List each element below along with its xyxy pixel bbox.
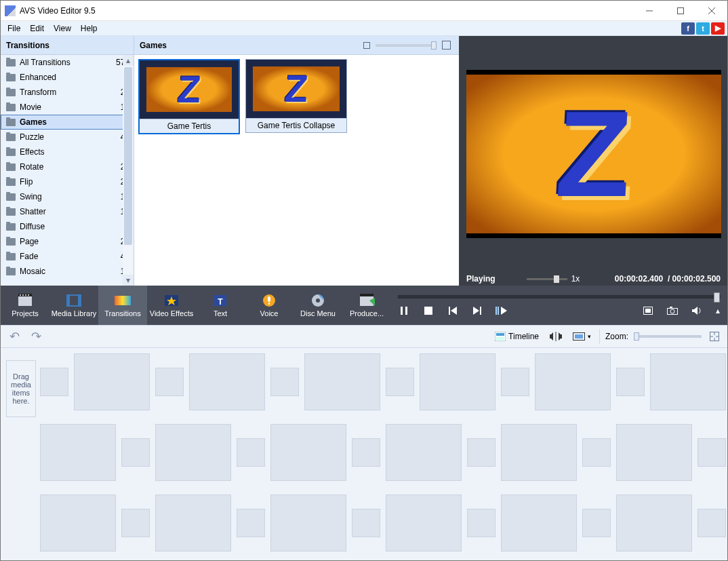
storyboard-clip-slot[interactable] bbox=[40, 495, 116, 552]
sidebar-item-games[interactable]: Games2 bbox=[1, 115, 134, 130]
sidebar-item-mosaic[interactable]: Mosaic19 bbox=[1, 264, 134, 279]
storyboard-clip-slot[interactable] bbox=[386, 424, 462, 481]
minimize-button[interactable] bbox=[634, 1, 665, 21]
thumb-size-slider[interactable] bbox=[376, 44, 437, 47]
storyboard-transition-slot[interactable] bbox=[40, 368, 68, 396]
snapshot-icon[interactable] bbox=[666, 305, 679, 316]
sidebar-item-fade[interactable]: Fade46 bbox=[1, 249, 134, 264]
svg-rect-32 bbox=[480, 307, 481, 315]
storyboard-transition-slot[interactable] bbox=[582, 509, 611, 537]
storyboard-transition-slot[interactable] bbox=[697, 509, 726, 537]
storyboard-clip-slot[interactable] bbox=[304, 353, 380, 410]
storyboard-transition-slot[interactable] bbox=[697, 438, 726, 467]
facebook-icon[interactable]: f bbox=[681, 22, 695, 35]
tab-media[interactable]: Media Library bbox=[49, 286, 98, 325]
storyboard-clip-slot[interactable] bbox=[270, 495, 346, 552]
storyboard-transition-slot[interactable] bbox=[237, 438, 265, 467]
next-frame-button[interactable] bbox=[471, 305, 483, 316]
stop-button[interactable] bbox=[422, 305, 434, 316]
storyboard-clip-slot[interactable] bbox=[616, 424, 692, 481]
sidebar-item-label: All Transitions bbox=[20, 58, 116, 67]
sidebar-item-transform[interactable]: Transform22 bbox=[1, 85, 134, 100]
twitter-icon[interactable]: t bbox=[696, 22, 710, 35]
audio-balance-icon[interactable] bbox=[547, 330, 565, 343]
storyboard-transition-slot[interactable] bbox=[386, 368, 414, 396]
sidebar-item-all-transitions[interactable]: All Transitions578 bbox=[1, 55, 134, 70]
storyboard-clip-slot[interactable] bbox=[189, 353, 265, 410]
storyboard-clip-slot[interactable] bbox=[535, 353, 611, 410]
fullscreen-icon[interactable] bbox=[642, 305, 654, 316]
storyboard-clip-slot[interactable] bbox=[155, 424, 231, 481]
sidebar-item-puzzle[interactable]: Puzzle48 bbox=[1, 130, 134, 144]
storyboard-clip-slot[interactable] bbox=[270, 424, 346, 481]
storyboard-transition-slot[interactable] bbox=[121, 438, 150, 467]
storyboard-transition-slot[interactable] bbox=[582, 438, 611, 467]
thumb-size-small-icon[interactable] bbox=[363, 42, 370, 49]
tab-transitions[interactable]: Transitions bbox=[98, 286, 147, 325]
undo-button[interactable]: ↶ bbox=[6, 330, 22, 343]
menu-help[interactable]: Help bbox=[77, 22, 102, 35]
timeline-view-toggle[interactable]: Timeline bbox=[492, 330, 542, 343]
tab-projects[interactable]: Projects bbox=[1, 286, 49, 325]
storyboard-clip-slot[interactable] bbox=[616, 495, 692, 552]
sidebar-item-effects[interactable]: Effects2 bbox=[1, 144, 134, 159]
transition-thumb[interactable]: ZGame Tertis Collapse bbox=[245, 59, 347, 133]
scroll-up-icon[interactable]: ▴ bbox=[123, 55, 134, 66]
tab-voice[interactable]: Voice bbox=[245, 286, 294, 325]
sidebar-scrollbar[interactable]: ▴ ▾ bbox=[123, 55, 134, 286]
tab-label: Media Library bbox=[52, 309, 97, 317]
storyboard-drop-hint[interactable]: Drag media items here. bbox=[6, 360, 36, 417]
sidebar-item-movie[interactable]: Movie16 bbox=[1, 100, 134, 115]
menu-edit[interactable]: Edit bbox=[26, 22, 48, 35]
storyboard-transition-slot[interactable] bbox=[352, 438, 380, 467]
zoom-slider[interactable] bbox=[634, 335, 702, 338]
sidebar-item-page[interactable]: Page28 bbox=[1, 234, 134, 249]
play-split-button[interactable] bbox=[496, 305, 508, 316]
menu-view[interactable]: View bbox=[49, 22, 75, 35]
aspect-ratio-icon[interactable]: ▾ bbox=[570, 330, 594, 343]
volume-menu-icon[interactable]: ▴ bbox=[715, 305, 721, 316]
storyboard-clip-slot[interactable] bbox=[501, 424, 577, 481]
storyboard-clip-slot[interactable] bbox=[155, 495, 231, 552]
storyboard-transition-slot[interactable] bbox=[155, 368, 184, 396]
storyboard-clip-slot[interactable] bbox=[501, 495, 577, 552]
sidebar-item-shatter[interactable]: Shatter11 bbox=[1, 204, 134, 219]
storyboard-clip-slot[interactable] bbox=[74, 353, 150, 410]
transition-thumb[interactable]: ZGame Tertis bbox=[138, 59, 240, 134]
close-button[interactable] bbox=[696, 1, 727, 21]
sidebar-item-rotate[interactable]: Rotate22 bbox=[1, 159, 134, 174]
tab-disc[interactable]: Disc Menu bbox=[294, 286, 342, 325]
storyboard-transition-slot[interactable] bbox=[121, 509, 150, 537]
storyboard-transition-slot[interactable] bbox=[237, 509, 265, 537]
seek-bar[interactable] bbox=[398, 295, 721, 298]
storyboard-transition-slot[interactable] bbox=[352, 509, 380, 537]
storyboard-clip-slot[interactable] bbox=[40, 424, 116, 481]
storyboard-transition-slot[interactable] bbox=[467, 438, 496, 467]
thumb-size-large-icon[interactable] bbox=[442, 41, 451, 50]
sidebar-item-swing[interactable]: Swing18 bbox=[1, 189, 134, 204]
storyboard-transition-slot[interactable] bbox=[467, 509, 496, 537]
storyboard-transition-slot[interactable] bbox=[270, 368, 299, 396]
storyboard-transition-slot[interactable] bbox=[501, 368, 529, 396]
menu-file[interactable]: File bbox=[3, 22, 24, 35]
storyboard-clip-slot[interactable] bbox=[650, 353, 726, 410]
pause-button[interactable] bbox=[398, 305, 410, 316]
sidebar-item-flip[interactable]: Flip24 bbox=[1, 174, 134, 189]
maximize-button[interactable] bbox=[665, 1, 696, 21]
youtube-icon[interactable]: ▶ bbox=[711, 22, 725, 35]
sidebar-item-enhanced[interactable]: Enhanced8 bbox=[1, 70, 134, 85]
tab-produce[interactable]: Produce... bbox=[342, 286, 391, 325]
scroll-down-icon[interactable]: ▾ bbox=[123, 275, 134, 286]
tab-text[interactable]: TText bbox=[196, 286, 245, 325]
sidebar-item-diffuse[interactable]: Diffuse4 bbox=[1, 219, 134, 234]
storyboard-clip-slot[interactable] bbox=[420, 353, 496, 410]
storyboard-clip-slot[interactable] bbox=[386, 495, 462, 552]
prev-frame-button[interactable] bbox=[447, 305, 459, 316]
speed-slider[interactable] bbox=[527, 278, 567, 280]
volume-icon[interactable] bbox=[691, 305, 703, 316]
tab-vfx[interactable]: Video Effects bbox=[147, 286, 196, 325]
scrollbar-thumb[interactable] bbox=[124, 67, 132, 245]
zoom-fit-icon[interactable] bbox=[707, 330, 722, 343]
storyboard-transition-slot[interactable] bbox=[616, 368, 645, 396]
redo-button[interactable]: ↷ bbox=[28, 330, 44, 343]
